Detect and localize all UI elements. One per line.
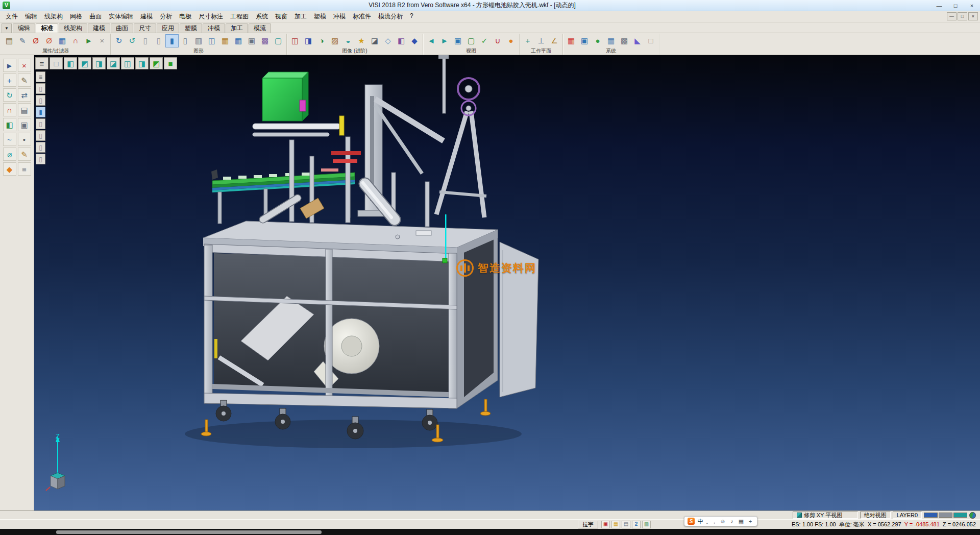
menu-mold[interactable]: 塑模 — [310, 11, 330, 22]
mask-curves-icon[interactable]: ▯ — [36, 95, 45, 106]
delete-element-icon[interactable]: × — [18, 59, 31, 72]
menu-standard-parts[interactable]: 标准件 — [349, 11, 375, 22]
view-magnet-icon[interactable]: ∪ — [491, 34, 504, 47]
snap-lock-button[interactable]: 拉宇 — [578, 521, 598, 528]
wireframe-mode-icon[interactable]: ▯ — [179, 34, 192, 47]
mirror-element-icon[interactable]: ⇄ — [18, 88, 31, 102]
cart-interior[interactable] — [214, 253, 454, 395]
cart-side-panel[interactable] — [457, 230, 498, 408]
environment-map-icon[interactable]: ◒ — [341, 34, 355, 47]
dimetric-view-icon[interactable]: ◩ — [150, 57, 163, 69]
text-annotation-icon[interactable]: ✎ — [18, 148, 31, 161]
color-swatch-0[interactable] — [924, 513, 938, 518]
grid-toggle-icon[interactable]: ▦ — [218, 34, 232, 47]
ime-emoji-icon[interactable]: ☺ — [719, 517, 726, 525]
edit-geometry-icon[interactable]: ✎ — [18, 74, 31, 87]
app-logo-icon[interactable]: V — [3, 2, 10, 9]
tab-flow[interactable]: 模流 — [249, 23, 271, 33]
entity-layers-icon[interactable]: ▤ — [18, 103, 31, 116]
menu-surface[interactable]: 曲面 — [86, 11, 105, 22]
ime-punctuation-icon[interactable]: 。， — [706, 517, 717, 525]
render-mode-sphere-icon[interactable] — [969, 512, 976, 519]
mask-solids-icon[interactable]: ▯ — [36, 118, 45, 129]
clipping-plane-icon[interactable]: ◧ — [395, 34, 408, 47]
shaded-mode-icon[interactable]: ▮ — [165, 34, 179, 47]
tab-wireframe[interactable]: 线架构 — [59, 23, 87, 33]
menu-modeling[interactable]: 建模 — [137, 11, 156, 22]
properties-stamp-icon[interactable]: ▤ — [3, 34, 16, 47]
material-drum-icon[interactable]: ◑ — [315, 34, 328, 47]
color-swatch-1[interactable] — [939, 513, 952, 518]
section-view-icon[interactable]: ◫ — [205, 34, 218, 47]
tab-die[interactable]: 冲模 — [203, 23, 225, 33]
select-arrow-icon[interactable]: ► — [3, 59, 16, 72]
view-toolbar-menu-icon[interactable]: ≡ — [35, 57, 48, 69]
orbit-ball-icon[interactable]: ● — [504, 34, 518, 47]
tab-application[interactable]: 应用 — [157, 23, 179, 33]
mask-dimensions-icon[interactable]: ▯ — [36, 142, 45, 153]
ime-chinese-mode-icon[interactable]: 中 — [697, 517, 704, 525]
fill-color-icon[interactable]: ◆ — [3, 162, 16, 176]
point-tools-icon[interactable]: • — [18, 133, 31, 146]
layer-list-icon[interactable]: ▯ — [139, 34, 152, 47]
gem-render-icon[interactable]: ◆ — [408, 34, 421, 47]
menu-window[interactable]: 视窗 — [272, 11, 291, 22]
menu-analysis[interactable]: 分析 — [156, 11, 176, 22]
shaded-iso-view-icon[interactable]: ■ — [164, 57, 177, 69]
perspective-grid-icon[interactable]: ◣ — [631, 34, 644, 47]
conveyor[interactable] — [211, 169, 355, 224]
menu-flow-analysis[interactable]: 模流分析 — [375, 11, 406, 22]
notifications-icon[interactable]: 2 — [632, 521, 641, 528]
mdi-minimize-button[interactable]: — — [947, 12, 957, 20]
linear-rails[interactable] — [253, 124, 340, 136]
curve-tools-icon[interactable]: ~ — [3, 133, 16, 146]
next-view-icon[interactable]: ► — [438, 34, 451, 47]
menu-mesh[interactable]: 网格 — [66, 11, 86, 22]
anaglyph-glasses-icon[interactable]: ◨ — [302, 34, 315, 47]
menu-electrode[interactable]: 电极 — [176, 11, 195, 22]
close-button[interactable]: × — [964, 0, 980, 11]
menu-solid-edit[interactable]: 实体编辑 — [105, 11, 137, 22]
workplane-set-icon[interactable]: + — [521, 34, 534, 47]
hidden-line-icon[interactable]: ▥ — [192, 34, 205, 47]
redraw-icon[interactable]: ↻ — [112, 34, 126, 47]
active-layer-button[interactable]: LAYER0 — [893, 512, 922, 519]
tab-machining[interactable]: 加工 — [226, 23, 248, 33]
color-palette-icon[interactable]: ▦ — [565, 34, 578, 47]
element-filter-icon[interactable]: Ø — [29, 34, 42, 47]
matrix-grid-icon[interactable]: ▩ — [618, 34, 631, 47]
view-accept-icon[interactable]: ✓ — [478, 34, 491, 47]
active-view-selector[interactable]: 修剪 XY 平视图 — [793, 512, 858, 519]
minimize-button[interactable]: — — [931, 0, 947, 11]
snap-magnet-icon[interactable]: ∩ — [3, 103, 16, 116]
taskbar-app-strip[interactable] — [56, 530, 322, 534]
3d-viewport[interactable]: ≡□◧◩◨◪◫◨◩■ ≡▯▯▮▯▯▯▯ 智造资料网 Z — [34, 55, 980, 510]
mask-menu-icon[interactable]: ≡ — [36, 71, 45, 82]
menu-help[interactable]: ? — [406, 11, 417, 22]
green-enclosure[interactable] — [262, 72, 308, 121]
menu-machining[interactable]: 加工 — [291, 11, 310, 22]
display-settings-icon[interactable]: ▣ — [601, 521, 610, 528]
sogou-logo-icon[interactable]: S — [688, 518, 695, 525]
rotate-element-icon[interactable]: ↻ — [3, 88, 16, 102]
menu-wireframe[interactable]: 线架构 — [41, 11, 66, 22]
tab-modeling[interactable]: 建模 — [88, 23, 110, 33]
reset-filter-icon[interactable]: × — [95, 34, 109, 47]
full-screen-icon[interactable]: ▢ — [272, 34, 285, 47]
transparency-icon[interactable]: ◇ — [381, 34, 395, 47]
ime-keyboard-icon[interactable]: ▦ — [738, 517, 745, 525]
mdi-close-button[interactable]: × — [968, 12, 978, 20]
menu-dimensioning[interactable]: 尺寸标注 — [195, 11, 227, 22]
mask-texts-icon[interactable]: ▯ — [36, 154, 45, 164]
shadow-toggle-icon[interactable]: ◪ — [368, 34, 381, 47]
surface-tools-icon[interactable]: ◧ — [3, 118, 16, 131]
texture-map-icon[interactable]: ▨ — [328, 34, 341, 47]
windows-taskbar[interactable] — [0, 529, 980, 535]
tab-surface[interactable]: 曲面 — [111, 23, 133, 33]
snapshot-icon[interactable]: ▣ — [245, 34, 258, 47]
measure-tools-icon[interactable]: ⌀ — [3, 148, 16, 161]
zoom-window-icon[interactable]: ▣ — [451, 34, 464, 47]
mask-meshes-icon[interactable]: ▯ — [36, 130, 45, 141]
menu-edit[interactable]: 编辑 — [21, 11, 41, 22]
system-monitor-icon[interactable]: ▣ — [578, 34, 591, 47]
